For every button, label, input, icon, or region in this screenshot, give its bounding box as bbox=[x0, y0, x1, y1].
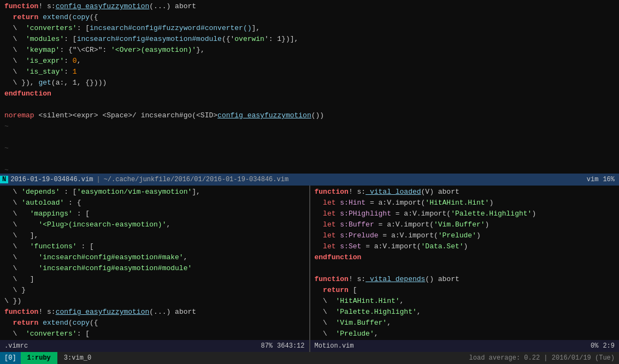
right-pane: function! s:_vital_loaded(V) abort let s… bbox=[310, 186, 620, 340]
code-line: let s:Buffer = a:V.import('Vim.Buffer') bbox=[310, 219, 620, 230]
bottom-split: \ 'depends' : ['easymotion/vim-easymotio… bbox=[0, 186, 619, 340]
code-line: let s:Prelude = a:V.import('Prelude') bbox=[310, 230, 620, 241]
code-line: \ 'autoload' : { bbox=[0, 198, 309, 208]
code-line: \ }), get(a:, 1, {}))) bbox=[0, 77, 619, 88]
top-filepath: ~/.cache/junkfile/2016/01/2016-01-19-034… bbox=[104, 176, 288, 183]
code-line: let s:Hint = a:V.import('HitAHint.Hint') bbox=[310, 198, 620, 208]
code-line: \ ], bbox=[0, 230, 309, 241]
right-filename: Motion.vim bbox=[315, 342, 354, 350]
top-filetype: vim bbox=[587, 176, 603, 183]
editor: function! s:config_easyfuzzymotion(...) … bbox=[0, 0, 619, 364]
code-line: ~ bbox=[0, 165, 619, 174]
left-pane: \ 'depends' : ['easymotion/vim-easymotio… bbox=[0, 186, 309, 340]
code-line: endfunction bbox=[310, 252, 620, 263]
tmux-tab-1-name: ruby bbox=[35, 354, 51, 362]
top-pane: function! s:config_easyfuzzymotion(...) … bbox=[0, 0, 619, 174]
mode-indicator: N bbox=[0, 176, 8, 183]
code-line: function! s:config_easyfuzzymotion(...) … bbox=[0, 307, 309, 318]
code-line bbox=[310, 263, 620, 274]
code-line: \ 'is_expr': 0, bbox=[0, 56, 619, 67]
code-line: return extend(copy({ bbox=[0, 318, 309, 329]
code-line: \ 'Palette.Highlight', bbox=[310, 307, 620, 318]
bottom-status-bars: .vimrc 87% 3643:12 Motion.vim 0% 2:9 bbox=[0, 340, 619, 352]
code-line: function! s:config_easyfuzzymotion(...) … bbox=[0, 1, 619, 12]
code-line: \ 'Prelude', bbox=[310, 329, 620, 339]
tmux-right-label: load average: 0.22 | 2016/01/19 (Tue) bbox=[465, 354, 619, 362]
right-status-bar: Motion.vim 0% 2:9 bbox=[309, 340, 620, 352]
left-percent: 87% bbox=[261, 342, 277, 350]
code-line: \ 'incsearch#config#easymotion#module' bbox=[0, 263, 309, 274]
code-line: \ 'mappings' : [ bbox=[0, 208, 309, 219]
code-line: \ 'functions' : [ bbox=[0, 241, 309, 252]
code-line: ~ bbox=[0, 143, 619, 154]
tmux-bar: [0] 1:ruby 3:vim_0 load average: 0.22 | … bbox=[0, 352, 619, 364]
code-line: function! s:_vital_loaded(V) abort bbox=[310, 187, 620, 198]
tmux-session-label: [0] bbox=[0, 352, 21, 364]
top-separator1: | bbox=[93, 176, 103, 183]
code-line: \ 'depends' : ['easymotion/vim-easymotio… bbox=[0, 187, 309, 198]
code-line: return [ bbox=[310, 285, 620, 296]
tmux-tab-3-name: vim_0 bbox=[72, 354, 91, 362]
code-line: endfunction bbox=[0, 88, 619, 99]
top-percent: 16% bbox=[603, 176, 619, 183]
left-status-bar: .vimrc 87% 3643:12 bbox=[0, 340, 309, 352]
code-line: \ 'Vim.Buffer', bbox=[310, 318, 620, 329]
code-line: \ }) bbox=[0, 296, 309, 307]
code-line: noremap <silent><expr> <Space>/ incsearc… bbox=[0, 110, 619, 121]
code-line bbox=[0, 132, 619, 143]
tmux-tab-3-id: 3: bbox=[64, 354, 72, 362]
code-line: \ 'incsearch#config#easymotion#make', bbox=[0, 252, 309, 263]
code-line: \ 'converters': [incsearch#config#fuzzyw… bbox=[0, 23, 619, 34]
top-code-area: function! s:config_easyfuzzymotion(...) … bbox=[0, 0, 619, 174]
code-line: \ 'converters': [ bbox=[0, 329, 309, 339]
tmux-tab-3[interactable]: 3:vim_0 bbox=[57, 352, 98, 364]
code-line: \ ] bbox=[0, 274, 309, 285]
code-line: \ 'is_stay': 1 bbox=[0, 67, 619, 77]
code-line: \ '<Plug>(incsearch-easymotion)', bbox=[0, 219, 309, 230]
tmux-tab-1[interactable]: 1:ruby bbox=[21, 352, 57, 364]
right-percent: 0% bbox=[591, 342, 603, 350]
code-line bbox=[0, 154, 619, 165]
code-line: let s:Set = a:V.import('Data.Set') bbox=[310, 241, 620, 252]
left-code-area: \ 'depends' : ['easymotion/vim-easymotio… bbox=[0, 186, 309, 340]
code-line: ~ bbox=[0, 121, 619, 132]
tmux-tab-1-id: 1: bbox=[27, 354, 35, 362]
right-code-area: function! s:_vital_loaded(V) abort let s… bbox=[310, 186, 620, 340]
code-line: function! s:_vital_depends() abort bbox=[310, 274, 620, 285]
code-line: \ 'keymap': {"\<CR>": '<Over>(easymotion… bbox=[0, 45, 619, 56]
code-line: \ 'modules': [incsearch#config#easymotio… bbox=[0, 34, 619, 45]
left-filename: .vimrc bbox=[4, 342, 28, 350]
code-line: \ 'HitAHint.Hint', bbox=[310, 296, 620, 307]
code-line: let s:PHighlight = a:V.import('Palette.H… bbox=[310, 208, 620, 219]
code-line bbox=[0, 99, 619, 110]
top-status-bar: N 2016-01-19-034846.vim | ~/.cache/junkf… bbox=[0, 174, 619, 186]
right-position: 2:9 bbox=[603, 342, 615, 350]
tmux-session-id: [0] bbox=[4, 354, 16, 362]
left-position: 3643:12 bbox=[277, 342, 304, 350]
code-line: \ } bbox=[0, 285, 309, 296]
top-filename: 2016-01-19-034846.vim bbox=[10, 176, 93, 183]
code-line: return extend(copy({ bbox=[0, 12, 619, 23]
